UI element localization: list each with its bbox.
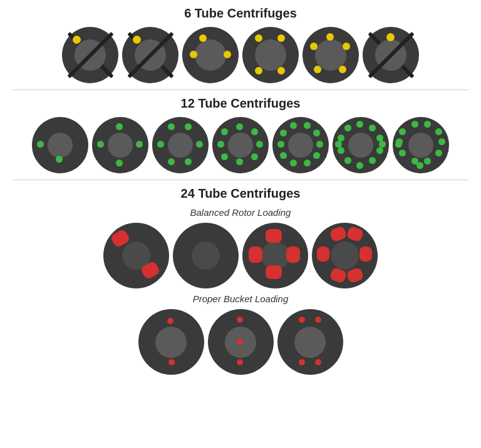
- section-12-tube: 12 Tube Centrifuges: [13, 96, 468, 173]
- bucket-subtitle: Proper Bucket Loading: [13, 293, 468, 304]
- cf-12-1: [32, 117, 88, 173]
- cf-24k-3: [277, 309, 343, 375]
- cf-6-4: [242, 27, 299, 83]
- cf-12-6: [333, 117, 389, 173]
- balanced-subtitle: Balanced Rotor Loading: [13, 207, 468, 218]
- row-6-tube: [13, 27, 468, 83]
- cf-24b-2: [173, 223, 239, 288]
- cf-12-5: [272, 117, 329, 173]
- cf-12-3: [152, 117, 209, 173]
- section-24-tube: 24 Tube Centrifuges Balanced Rotor Loadi…: [13, 186, 468, 375]
- cf-6-1: [62, 27, 118, 83]
- cf-6-5: [303, 27, 359, 83]
- section-24-title: 24 Tube Centrifuges: [13, 186, 468, 201]
- row-12-tube: [13, 117, 468, 173]
- cf-6-2: [122, 27, 178, 83]
- row-24-bucket: [13, 309, 468, 375]
- divider-1: [13, 89, 468, 90]
- cf-12-7: [393, 117, 449, 173]
- cf-24b-1: [103, 223, 169, 288]
- cf-12-2: [92, 117, 148, 173]
- cf-6-6: [363, 27, 419, 83]
- cf-12-4: [212, 117, 269, 173]
- cf-24k-2: [208, 309, 274, 375]
- divider-2: [13, 180, 468, 180]
- section-6-title: 6 Tube Centrifuges: [13, 6, 468, 21]
- cf-24k-1: [138, 309, 204, 375]
- section-6-tube: 6 Tube Centrifuges: [13, 6, 468, 83]
- section-12-title: 12 Tube Centrifuges: [13, 96, 468, 111]
- cf-6-3: [182, 27, 239, 83]
- row-24-balanced: [13, 223, 468, 288]
- cf-24b-3: [242, 223, 308, 288]
- cf-24b-4: [312, 223, 378, 288]
